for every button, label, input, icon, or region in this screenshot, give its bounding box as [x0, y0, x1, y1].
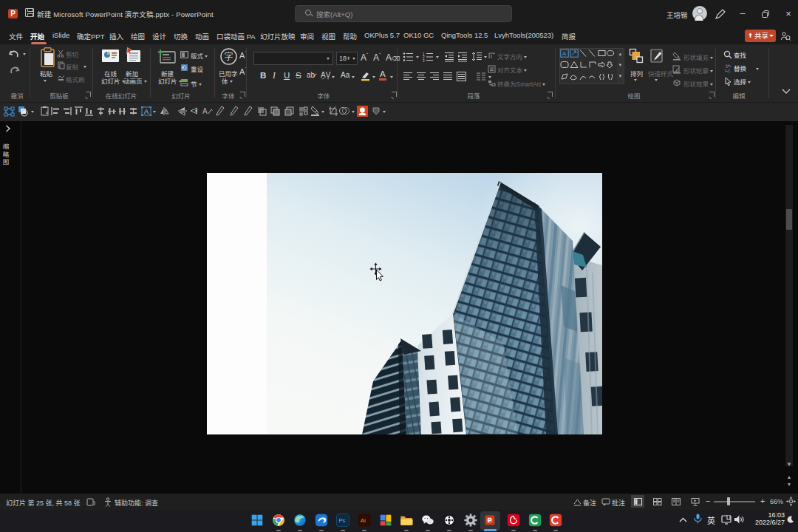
- svg-text:A: A: [562, 50, 567, 57]
- svg-text:c: c: [728, 68, 731, 73]
- svg-text:3: 3: [423, 59, 425, 63]
- svg-text:Ai: Ai: [361, 517, 366, 524]
- svg-text:Ps: Ps: [338, 517, 345, 524]
- svg-text:A: A: [202, 107, 208, 115]
- svg-text:P: P: [488, 517, 492, 524]
- svg-text:A: A: [144, 108, 149, 115]
- svg-text:字: 字: [224, 51, 233, 62]
